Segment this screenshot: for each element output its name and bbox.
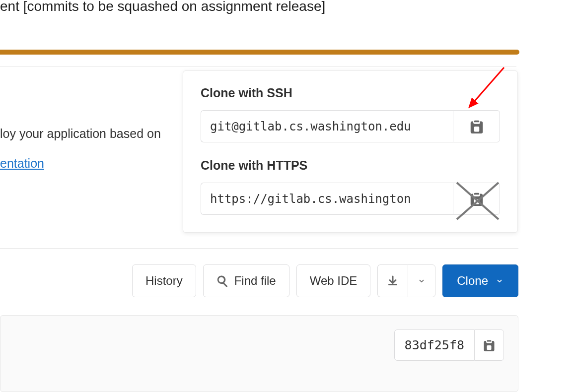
find-file-button[interactable]: Find file [203, 264, 289, 297]
clone-button[interactable]: Clone [442, 264, 518, 297]
documentation-link[interactable]: entation [0, 156, 44, 171]
warning-bar [0, 50, 519, 55]
clipboard-icon [483, 339, 495, 351]
download-options-button[interactable] [408, 264, 435, 297]
copy-https-button[interactable] [453, 183, 500, 215]
divider-top [0, 66, 516, 66]
history-button-label: History [145, 274, 183, 288]
history-button[interactable]: History [132, 264, 196, 297]
deploy-info-text: loy your application based on [0, 127, 161, 141]
chevron-down-icon [417, 276, 426, 285]
divider-bottom [0, 248, 518, 249]
clipboard-icon [470, 192, 484, 206]
commit-sha[interactable]: 83df25f8 [394, 329, 474, 361]
action-bar: History Find file Web IDE Clone [0, 264, 518, 297]
web-ide-button-label: Web IDE [310, 274, 358, 288]
clone-ssh-url-input[interactable] [201, 110, 453, 142]
download-button-group [377, 264, 435, 297]
download-icon [387, 275, 399, 287]
clone-https-row [201, 183, 500, 215]
clone-dropdown-panel: Clone with SSH Clone with HTTPS [183, 70, 518, 233]
clone-button-label: Clone [457, 274, 488, 288]
web-ide-button[interactable]: Web IDE [296, 264, 371, 297]
copy-sha-button[interactable] [474, 329, 504, 361]
chevron-down-icon [495, 276, 504, 285]
clone-https-url-input[interactable] [201, 183, 453, 215]
commit-panel: 83df25f8 [0, 315, 518, 392]
clone-https-title: Clone with HTTPS [201, 158, 500, 173]
clone-ssh-title: Clone with SSH [201, 86, 500, 100]
clipboard-icon [470, 120, 484, 133]
clone-ssh-row [201, 110, 500, 142]
commit-sha-group: 83df25f8 [394, 329, 504, 361]
find-file-button-label: Find file [234, 274, 276, 288]
download-button[interactable] [377, 264, 408, 297]
page-title-fragment: ent [commits to be squashed on assignmen… [0, 0, 325, 14]
copy-ssh-button[interactable] [453, 110, 500, 142]
search-icon [216, 275, 228, 287]
